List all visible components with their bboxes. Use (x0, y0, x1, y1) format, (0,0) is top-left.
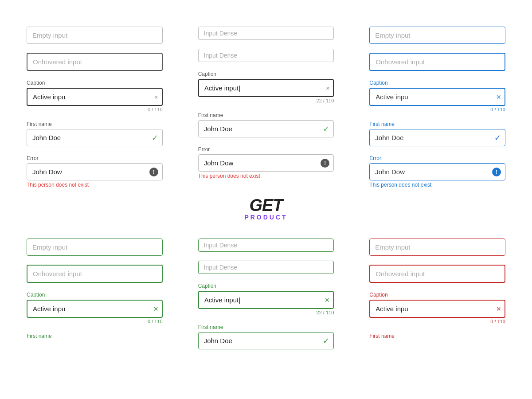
col-center-bottom: Caption × 22 / 110 First name ✓ (180, 239, 352, 349)
green-active-label: Caption (27, 292, 163, 298)
dense1-input[interactable] (198, 27, 334, 40)
blue-error-message: This person does not exist (369, 182, 505, 188)
blue-hovered-wrapper (369, 53, 505, 71)
blue-active-wrapper: Caption × 0 / 110 (369, 80, 505, 112)
active-input[interactable] (27, 88, 163, 106)
red-firstname-wrapper: First name (369, 333, 505, 341)
red-counter: 0 / 110 (369, 319, 505, 324)
hovered-input[interactable] (27, 53, 163, 71)
logo-get: GET (249, 197, 282, 214)
green-empty-input[interactable] (27, 239, 163, 256)
dense2-input[interactable] (198, 49, 334, 62)
center-active-wrapper: Caption × 22 / 110 (198, 71, 334, 103)
col-center: Caption × 22 / 110 First name ✓ Error (180, 27, 352, 230)
red-hovered-input[interactable] (369, 265, 505, 283)
red-empty-wrapper (369, 239, 505, 256)
bottom-dense2-wrapper (198, 261, 334, 274)
blue-error-label: Error (369, 155, 505, 161)
col-red: Caption × 0 / 110 First name (352, 239, 523, 349)
green-firstname-wrapper: First name (27, 333, 163, 341)
red-active-wrapper: Caption × 0 / 110 (369, 292, 505, 324)
red-active-label: Caption (369, 292, 505, 298)
center-error-message: This person does not exist (198, 173, 334, 179)
blue-empty-input[interactable] (369, 27, 505, 44)
blue-hovered-input[interactable] (369, 53, 505, 71)
green-active-wrapper: Caption × 0 / 110 (27, 292, 163, 324)
firstname-input[interactable] (27, 129, 163, 146)
center-error-icon: ! (321, 159, 329, 168)
bottom-center-firstname-label: First name (198, 324, 334, 330)
center-check-icon: ✓ (323, 124, 329, 134)
dense1-wrapper (198, 27, 334, 40)
blue-error-wrapper: Error ! This person does not exist (369, 155, 505, 188)
error-icon: ! (149, 168, 158, 176)
green-empty-wrapper (27, 239, 163, 256)
blue-check-icon: ✓ (494, 133, 501, 143)
clear-icon[interactable]: × (154, 94, 158, 101)
logo-product: PRODUCT (244, 214, 287, 221)
bottom-center-clear-icon[interactable]: × (325, 295, 330, 305)
active-input-label: Caption (27, 80, 163, 86)
center-active-input[interactable] (198, 79, 334, 97)
blue-error-icon: ! (492, 168, 501, 176)
bottom-dense2-input[interactable] (198, 261, 334, 274)
bottom-center-counter: 22 / 110 (198, 310, 334, 315)
logo-container: GET PRODUCT (198, 188, 334, 230)
firstname-label: First name (27, 121, 163, 127)
error-wrapper: Error ! This person does not exist (27, 155, 163, 188)
bottom-center-active-input[interactable] (198, 291, 334, 309)
green-firstname-label: First name (27, 333, 163, 339)
center-error-label: Error (198, 146, 334, 153)
green-counter: 0 / 110 (27, 319, 163, 324)
blue-active-input[interactable] (369, 88, 505, 106)
center-clear-icon[interactable]: × (326, 85, 329, 92)
green-clear-icon[interactable]: × (153, 304, 158, 313)
red-active-input[interactable] (369, 300, 505, 318)
blue-clear-icon[interactable]: × (496, 92, 501, 102)
hovered-input-wrapper (27, 53, 163, 71)
empty-input-wrapper (27, 27, 163, 44)
green-active-input[interactable] (27, 300, 163, 318)
firstname-wrapper: First name ✓ (27, 121, 163, 146)
green-hovered-wrapper (27, 265, 163, 283)
center-firstname-label: First name (198, 112, 334, 118)
blue-empty-wrapper (369, 27, 505, 44)
bottom-center-check-icon: ✓ (323, 336, 329, 346)
error-input[interactable] (27, 163, 163, 180)
red-empty-input[interactable] (369, 239, 505, 256)
col-default: Caption × 0 / 110 First name ✓ Error (9, 27, 180, 230)
red-hovered-wrapper (369, 265, 505, 283)
blue-counter: 0 / 110 (369, 107, 505, 112)
error-message: This person does not exist (27, 182, 163, 188)
check-icon: ✓ (152, 133, 158, 143)
center-counter: 22 / 110 (198, 98, 334, 103)
red-clear-icon[interactable]: × (496, 304, 501, 313)
blue-firstname-input[interactable] (369, 129, 505, 146)
bottom-dense1-wrapper (198, 239, 334, 252)
center-active-label: Caption (198, 71, 334, 77)
center-error-input[interactable] (198, 154, 334, 172)
col-green: Caption × 0 / 110 First name (9, 239, 180, 349)
center-firstname-wrapper: First name ✓ (198, 112, 334, 137)
blue-firstname-label: First name (369, 121, 505, 127)
center-firstname-input[interactable] (198, 120, 334, 137)
char-counter: 0 / 110 (27, 107, 163, 112)
bottom-center-active-label: Caption (198, 283, 334, 289)
blue-firstname-wrapper: First name ✓ (369, 121, 505, 146)
blue-active-label: Caption (369, 80, 505, 86)
red-firstname-label: First name (369, 333, 505, 339)
bottom-center-active-wrapper: Caption × 22 / 110 (198, 283, 334, 315)
col-blue: Caption × 0 / 110 First name ✓ Error (352, 27, 523, 230)
bottom-dense1-input[interactable] (198, 239, 334, 252)
bottom-center-firstname-wrapper: First name ✓ (198, 324, 334, 349)
center-error-wrapper: Error ! This person does not exist (198, 146, 334, 179)
blue-error-input[interactable] (369, 163, 505, 180)
dense2-wrapper (198, 49, 334, 62)
error-label: Error (27, 155, 163, 161)
empty-input[interactable] (27, 27, 163, 44)
green-hovered-input[interactable] (27, 265, 163, 283)
active-input-wrapper: Caption × 0 / 110 (27, 80, 163, 112)
bottom-center-firstname-input[interactable] (198, 332, 334, 349)
